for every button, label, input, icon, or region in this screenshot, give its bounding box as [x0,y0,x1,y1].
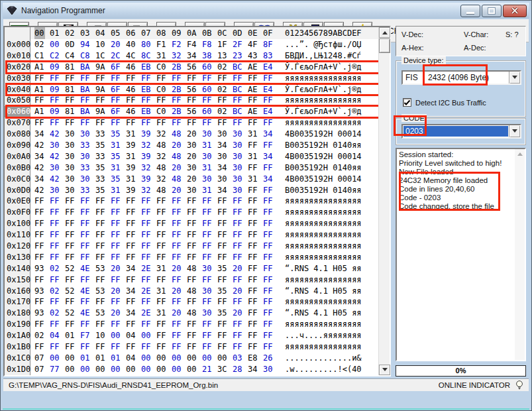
hex-byte[interactable]: 30 [65,151,80,162]
hex-byte[interactable]: FF [263,286,278,297]
hex-byte[interactable]: FF [80,274,95,286]
hex-byte[interactable]: 46 [126,106,141,117]
hex-byte[interactable]: FF [111,196,126,207]
hex-byte[interactable]: FF [187,330,202,341]
hex-byte[interactable]: 30 [65,185,80,196]
hex-byte[interactable]: FF [126,252,141,263]
hex-byte[interactable]: 42 [50,151,65,162]
hex-byte[interactable]: 60 [202,106,217,117]
hex-byte[interactable]: 30 [202,263,217,274]
hex-ascii-cell[interactable]: БВДИ.,LЊ1248.#Cѓ [285,50,363,62]
hex-ascii-cell[interactable]: яяяяяяяяяяяяяяяя [285,207,363,218]
hex-byte[interactable]: FF [65,218,80,229]
hex-byte[interactable]: 52 [65,263,80,274]
hex-byte[interactable]: FF [248,296,263,308]
hex-byte[interactable]: 34 [34,151,50,162]
hex-byte[interactable]: FF [80,73,95,84]
hex-byte[interactable]: FF [95,73,111,84]
hex-byte[interactable]: 52 [65,286,80,297]
hex-byte[interactable]: FF [34,207,50,218]
hex-byte[interactable]: 56 [187,106,202,117]
hex-byte[interactable]: 20 [233,308,248,319]
hex-byte[interactable]: FF [141,218,156,229]
hex-byte[interactable]: 04 [50,330,65,341]
hex-byte[interactable]: FF [156,207,172,218]
hex-byte[interactable]: 32 [141,162,156,174]
hex-address-cell[interactable]: 0x100 [5,218,30,229]
hex-byte[interactable]: FF [172,341,187,353]
hex-byte[interactable]: FF [248,140,263,151]
hex-address-cell[interactable]: 0x080 [5,129,30,140]
hex-byte[interactable]: FF [126,73,141,84]
hex-byte[interactable]: FF [263,241,278,252]
hex-byte[interactable]: 07 [34,353,50,364]
hex-byte[interactable]: 00 [202,353,217,364]
hex-byte[interactable]: FF [172,196,187,207]
hex-byte[interactable]: FF [263,296,278,308]
hex-byte[interactable]: 01 [111,353,126,364]
hex-address-cell[interactable]: 0x020 [5,62,30,73]
hex-byte[interactable]: 30 [202,151,217,162]
hex-byte[interactable]: 20 [172,185,187,196]
hex-byte[interactable]: FF [172,319,187,330]
hex-ascii-cell[interactable]: Ў.ЃєљoFлА+V`.ј®д [285,84,363,95]
hex-byte[interactable]: FF [202,330,217,341]
hex-byte[interactable]: 4C [126,50,141,62]
hex-byte[interactable]: F2 [172,39,187,50]
hex-address-cell[interactable]: 0x150 [5,274,30,286]
hex-byte[interactable]: 30 [80,174,95,185]
hex-byte[interactable]: FF [141,252,156,263]
hex-byte[interactable]: FF [233,241,248,252]
hex-byte[interactable]: A1 [34,106,50,117]
hex-address-cell[interactable]: 0x0B0 [5,162,30,174]
hex-byte[interactable]: FF [172,207,187,218]
hex-byte[interactable]: FF [248,308,263,319]
hex-ascii-cell[interactable]: яяяяяяяяяяяяяяяя [285,341,363,353]
hex-byte[interactable]: FF [141,196,156,207]
hex-byte[interactable]: FF [202,117,217,129]
hex-byte[interactable]: FF [50,218,65,229]
hex-byte[interactable]: 94 [80,39,95,50]
hex-byte[interactable]: 00 [95,364,111,375]
hex-byte[interactable]: FF [187,95,202,106]
hex-byte[interactable]: FF [202,73,217,84]
hex-byte[interactable]: 31 [248,151,263,162]
hex-byte[interactable]: 2E [141,263,156,274]
hex-byte[interactable]: FF [172,252,187,263]
hex-byte[interactable]: FF [141,207,156,218]
hex-byte[interactable]: FF [248,274,263,286]
hex-byte[interactable]: 56 [187,84,202,95]
hex-byte[interactable]: FF [172,95,187,106]
hex-byte[interactable]: FF [248,286,263,297]
hex-byte[interactable]: 34 [126,286,141,297]
hex-byte[interactable]: 04 [126,353,141,364]
hex-byte[interactable]: FF [34,341,50,353]
hex-byte[interactable]: FF [156,296,172,308]
scroll-thumb[interactable] [379,38,390,53]
hex-byte[interactable]: 00 [80,364,95,375]
hex-byte[interactable]: FF [95,252,111,263]
hex-ascii-cell[interactable]: яяяяяяяяяяяяяяяя [285,252,363,263]
hex-byte[interactable]: 00 [187,364,202,375]
hex-ascii-cell[interactable]: яяяяяяяяяяяяяяяя [285,274,363,286]
hex-byte[interactable]: 20 [172,140,187,151]
hex-byte[interactable]: 20 [111,263,126,274]
hex-byte[interactable]: FF [233,274,248,286]
hex-byte[interactable]: FF [34,252,50,263]
hex-address-cell[interactable]: 0x160 [5,286,30,297]
hex-byte[interactable]: FF [202,252,217,263]
hex-byte[interactable]: FF [80,252,95,263]
hex-byte[interactable]: FF [187,196,202,207]
hex-byte[interactable]: 00 [126,364,141,375]
hex-byte[interactable]: FF [111,207,126,218]
hex-byte[interactable]: 00 [172,353,187,364]
hex-byte[interactable]: FF [34,229,50,241]
hex-byte[interactable]: FF [202,218,217,229]
hex-byte[interactable]: 30 [202,129,217,140]
hex-byte[interactable]: FF [95,218,111,229]
hex-byte[interactable]: 34 [126,308,141,319]
hex-address-cell[interactable]: 0x0D0 [5,185,30,196]
hex-byte[interactable]: FF [233,319,248,330]
hex-byte[interactable]: FF [111,341,126,353]
hex-byte[interactable]: 34 [248,364,263,375]
